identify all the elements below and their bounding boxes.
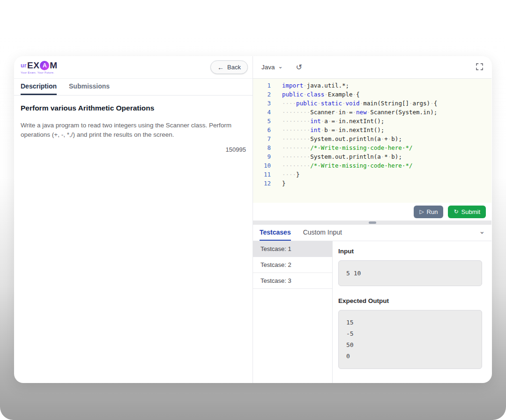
page-background: ur EX A M Your Exam. Your Future. ← Back…: [0, 0, 506, 420]
urexam-logo: ur EX A M Your Exam. Your Future.: [21, 61, 58, 74]
app-window: ur EX A M Your Exam. Your Future. ← Back…: [14, 56, 492, 383]
code-lines: 1import·java.util.*;2public·class·Exampl…: [253, 81, 491, 188]
input-value: 5 10: [338, 260, 482, 286]
testcase-item-1[interactable]: Testcase: 1: [253, 241, 332, 257]
collapse-chevron-icon[interactable]: ⌄: [479, 227, 485, 236]
testcases-body: Testcase: 1 Testcase: 2 Testcase: 3 Inpu…: [253, 241, 491, 383]
expected-output-value: 15 -5 50 0: [338, 310, 482, 369]
logo-a-badge: A: [40, 61, 49, 70]
testcase-item-3[interactable]: Testcase: 3: [253, 273, 332, 289]
submit-refresh-icon: ↻: [454, 209, 458, 214]
play-icon: ▷: [419, 209, 424, 214]
language-select-value: Java: [261, 64, 275, 71]
chevron-down-icon: ⌄: [278, 64, 283, 69]
problem-id: 150995: [21, 146, 246, 153]
testcases-header: Testcases Custom Input ⌄: [253, 225, 491, 241]
logo-part1: EX: [27, 61, 39, 70]
editor-panel: Java ⌄ ↺ 1import·java.util.*;2public·cla…: [253, 56, 491, 383]
editor-toolbar: Java ⌄ ↺: [253, 56, 491, 79]
editor-actions: ▷ Run ↻ Submit: [253, 203, 491, 221]
expected-output-label: Expected Output: [338, 297, 482, 304]
input-label: Input: [338, 248, 482, 255]
problem-panel: ur EX A M Your Exam. Your Future. ← Back…: [14, 56, 253, 383]
testcase-detail: Input 5 10 Expected Output 15 -5 50 0: [333, 241, 491, 383]
problem-tabs: Description Submissions: [14, 79, 253, 96]
left-header: ur EX A M Your Exam. Your Future. ← Back: [14, 56, 253, 79]
submit-button[interactable]: ↻ Submit: [448, 206, 486, 218]
problem-description: Write a java program to read two integer…: [21, 121, 241, 140]
reset-code-button[interactable]: ↺: [296, 64, 302, 71]
back-button[interactable]: ← Back: [210, 60, 248, 74]
reset-icon: ↺: [296, 63, 302, 71]
tab-testcases[interactable]: Testcases: [260, 225, 291, 241]
submit-button-label: Submit: [461, 208, 480, 215]
panel-resize-handle[interactable]: [253, 221, 491, 225]
testcase-item-2[interactable]: Testcase: 2: [253, 257, 332, 273]
fullscreen-icon: [476, 63, 483, 72]
code-editor[interactable]: 1import·java.util.*;2public·class·Exampl…: [253, 79, 491, 203]
tab-submissions[interactable]: Submissions: [69, 82, 110, 95]
testcase-list: Testcase: 1 Testcase: 2 Testcase: 3: [253, 241, 333, 383]
back-arrow-icon: ←: [217, 64, 224, 71]
language-select[interactable]: Java ⌄: [261, 64, 283, 71]
tab-custom-input[interactable]: Custom Input: [303, 225, 342, 241]
run-button-label: Run: [427, 208, 438, 215]
problem-content: Perform various Arithmetic Operations Wr…: [14, 96, 253, 153]
resize-thumb: [369, 221, 376, 224]
tab-description[interactable]: Description: [21, 82, 57, 95]
back-button-label: Back: [227, 64, 241, 71]
logo-prefix: ur: [21, 63, 27, 68]
fullscreen-button[interactable]: [476, 63, 483, 72]
logo-wordmark: ur EX A M: [21, 61, 58, 70]
logo-part2: M: [50, 61, 57, 70]
problem-title: Perform various Arithmetic Operations: [21, 104, 246, 112]
logo-tagline: Your Exam. Your Future.: [21, 71, 58, 74]
run-button[interactable]: ▷ Run: [414, 206, 443, 218]
